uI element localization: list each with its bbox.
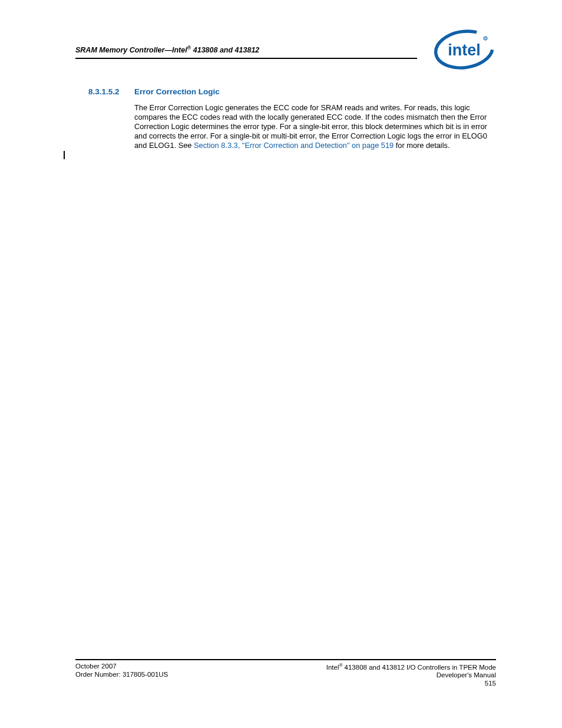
section-heading: 8.3.1.5.2 Error Correction Logic <box>88 87 496 96</box>
section-title: Error Correction Logic <box>134 87 220 96</box>
footer-right: Intel® 413808 and 413812 I/O Controllers… <box>326 663 496 688</box>
footer-page-number: 515 <box>326 680 496 688</box>
footer-date: October 2007 <box>75 663 168 671</box>
page-footer: October 2007 Order Number: 317805-001US … <box>75 659 496 688</box>
body-text-part2: for more details. <box>394 141 449 150</box>
body-paragraph: The Error Correction Logic generates the… <box>134 103 496 150</box>
header-title-suffix: 413808 and 413812 <box>191 46 259 54</box>
page: SRAM Memory Controller—Intel® 413808 and… <box>0 0 562 728</box>
header-title: SRAM Memory Controller—Intel® 413808 and… <box>75 45 259 54</box>
intel-logo: intel R <box>432 28 496 71</box>
header-rule <box>75 58 417 59</box>
footer-row: October 2007 Order Number: 317805-001US … <box>75 663 496 688</box>
footer-rule <box>75 659 496 660</box>
footer-manual-title: Developer's Manual <box>326 671 496 680</box>
change-bar <box>64 151 65 159</box>
footer-product-line: Intel® 413808 and 413812 I/O Controllers… <box>326 663 496 672</box>
svg-text:intel: intel <box>448 41 481 59</box>
content-area: 8.3.1.5.2 Error Correction Logic The Err… <box>88 87 496 150</box>
cross-reference-link[interactable]: Section 8.3.3, "Error Correction and Det… <box>194 141 394 150</box>
section-number: 8.3.1.5.2 <box>88 87 134 96</box>
footer-order-number: Order Number: 317805-001US <box>75 671 168 679</box>
header-title-prefix: SRAM Memory Controller—Intel <box>75 46 187 54</box>
footer-left: October 2007 Order Number: 317805-001US <box>75 663 168 688</box>
